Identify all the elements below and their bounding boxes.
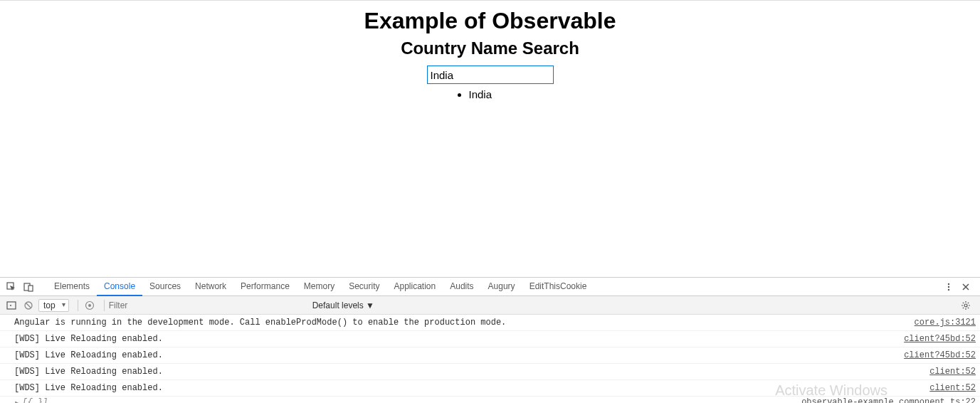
console-sidebar-toggle-icon[interactable] (4, 298, 19, 313)
log-source-link[interactable]: client?45bd:52 (904, 349, 976, 362)
log-message: Angular is running in the development mo… (14, 316, 915, 329)
devtools-tab-elements[interactable]: Elements (47, 278, 97, 296)
console-filter-input[interactable] (109, 300, 308, 310)
object-preview: [{…}] (22, 397, 48, 403)
inspect-element-icon[interactable] (4, 280, 19, 294)
log-message: [WDS] Live Reloading enabled. (14, 365, 929, 378)
separator (78, 300, 78, 311)
devtools-tab-editthiscookie[interactable]: EditThisCookie (522, 278, 594, 296)
svg-point-10 (964, 304, 967, 307)
page-subheading: Country Name Search (0, 38, 980, 58)
expand-triangle-icon[interactable]: ▸ (14, 397, 19, 403)
log-message: [WDS] Live Reloading enabled. (14, 349, 904, 362)
log-message: [WDS] Live Reloading enabled. (14, 382, 929, 394)
devtools-tab-security[interactable]: Security (342, 278, 386, 296)
clear-console-icon[interactable] (21, 298, 36, 313)
console-log-row: [WDS] Live Reloading enabled.client:52 (0, 364, 980, 380)
separator (104, 300, 105, 311)
app-page: Example of Observable Country Name Searc… (0, 0, 980, 277)
log-source-link[interactable]: client:52 (929, 365, 976, 378)
console-log-row: [WDS] Live Reloading enabled.client?45bd… (0, 331, 980, 347)
log-levels-dropdown[interactable]: Default levels ▼ (312, 300, 374, 310)
devtools-menu-icon[interactable] (942, 280, 956, 294)
console-log-row: [WDS] Live Reloading enabled.client?45bd… (0, 347, 980, 364)
devtools-tab-sources[interactable]: Sources (142, 278, 188, 296)
svg-point-4 (948, 286, 949, 287)
device-toggle-icon[interactable] (21, 280, 36, 294)
console-toolbar: top Default levels ▼ (0, 296, 980, 315)
console-log-row: Angular is running in the development mo… (0, 315, 980, 331)
devtools-tab-bar: ElementsConsoleSourcesNetworkPerformance… (0, 278, 980, 296)
country-search-input[interactable] (427, 66, 554, 84)
devtools-tab-performance[interactable]: Performance (233, 278, 297, 296)
svg-point-5 (948, 288, 949, 290)
devtools-tab-console[interactable]: Console (97, 278, 142, 296)
devtools-tabs: ElementsConsoleSourcesNetworkPerformance… (47, 278, 594, 296)
search-results-list: India (0, 88, 980, 100)
log-source-link[interactable]: observable-example.component.ts:22 (801, 397, 976, 403)
log-source-link[interactable]: client?45bd:52 (904, 333, 976, 345)
log-source-link[interactable]: core.js:3121 (915, 316, 976, 329)
devtools-tab-memory[interactable]: Memory (297, 278, 342, 296)
devtools-tab-network[interactable]: Network (188, 278, 233, 296)
devtools-tab-application[interactable]: Application (387, 278, 443, 296)
svg-point-9 (88, 304, 91, 307)
log-source-link[interactable]: client:52 (929, 382, 976, 394)
console-log-row: [WDS] Live Reloading enabled.client:52 (0, 380, 980, 397)
console-settings-icon[interactable] (959, 298, 973, 313)
page-heading: Example of Observable (0, 8, 980, 34)
devtools-tab-audits[interactable]: Audits (443, 278, 480, 296)
svg-point-3 (948, 283, 949, 284)
console-log-area: Angular is running in the development mo… (0, 315, 980, 403)
search-result-item: India (469, 88, 512, 100)
log-message: [WDS] Live Reloading enabled. (14, 333, 904, 345)
svg-rect-2 (28, 286, 33, 291)
devtools-tab-augury[interactable]: Augury (481, 278, 522, 296)
devtools-close-icon[interactable] (959, 280, 973, 294)
live-expression-icon[interactable] (83, 298, 97, 313)
console-object-row[interactable]: ▸[{…}]observable-example.component.ts:22 (0, 397, 980, 403)
devtools-panel: ElementsConsoleSourcesNetworkPerformance… (0, 277, 980, 403)
execution-context-dropdown[interactable]: top (38, 299, 69, 312)
